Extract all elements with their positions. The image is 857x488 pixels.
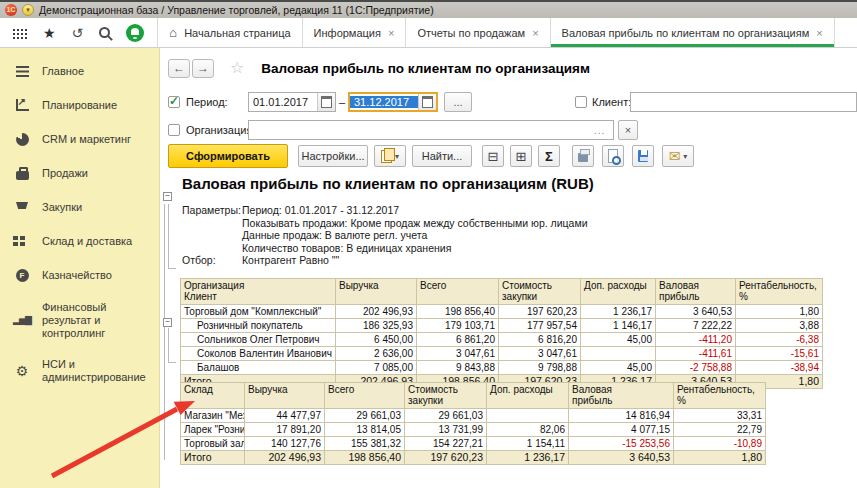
cell-value[interactable]: 3 640,53 [656,305,736,319]
cell-value[interactable]: 3 640,53 [569,451,674,465]
favorites-icon[interactable]: ★ [43,26,56,40]
row-label[interactable]: Ларек "Розница" [181,423,245,437]
period-checkbox[interactable] [168,96,180,108]
period-more-button[interactable]: ... [444,92,472,112]
table-row[interactable]: Магазин "Меха"44 477,9729 661,0329 661,0… [181,409,766,423]
row-label[interactable]: Торговый дом "Комплексный" [181,305,336,319]
table-row[interactable]: Торговый дом "Комплексный"202 496,93198 … [181,305,823,319]
table-row[interactable]: Балашов7 085,009 843,889 798,8845,00-2 7… [181,361,823,375]
sidebar-item-main[interactable]: Главное [0,54,159,88]
tab-gross-profit[interactable]: Валовая прибыль по клиентам по организац… [551,18,835,47]
cell-value[interactable]: 177 957,54 [499,319,581,333]
sidebar-item-treasury[interactable]: F Казначейство [0,258,159,292]
cell-value[interactable]: 6 816,20 [499,333,581,347]
cell-value[interactable]: 13 731,99 [405,423,487,437]
report-variants-button[interactable]: ▾ [374,145,406,167]
cell-value[interactable]: 1,80 [674,451,766,465]
tab-home[interactable]: ⌂ Начальная страница [157,18,302,47]
history-icon[interactable]: ↺ [72,26,84,40]
table-row[interactable]: Ларек "Розница"17 891,2013 814,0513 731,… [181,423,766,437]
sidebar-item-crm[interactable]: CRM и маркетинг [0,122,159,156]
settings-button[interactable]: Настройки... [298,145,368,167]
favorite-star-icon[interactable]: ☆ [230,60,244,76]
cell-value[interactable]: 3 047,61 [417,347,499,361]
cell-value[interactable]: -411,20 [656,333,736,347]
cell-value[interactable]: 155 381,32 [325,437,405,451]
sidebar-item-warehouse[interactable]: Склад и доставка [0,224,159,258]
cell-value[interactable]: -15,61 [736,347,823,361]
cell-value[interactable]: 198 856,40 [417,305,499,319]
cell-value[interactable]: 14 816,94 [569,409,674,423]
collapse-groups-button[interactable]: ⊟ [482,145,504,167]
organization-more-icon[interactable]: ... [594,125,605,136]
cell-value[interactable]: 197 620,23 [499,305,581,319]
total-row[interactable]: Итого202 496,93198 856,40197 620,231 236… [181,451,766,465]
table-row[interactable]: Сольников Олег Петрович6 450,006 861,206… [181,333,823,347]
sidebar-item-sales[interactable]: Продажи [0,156,159,190]
sidebar-item-nsi-admin[interactable]: ⚙ НСИ и администрирование [0,349,159,393]
period-from-value[interactable]: 01.01.2017 [249,96,317,108]
row-label[interactable]: Розничный покупатель [181,319,336,333]
period-from-field[interactable]: 01.01.2017 [248,92,336,112]
send-mail-button[interactable]: ✉ ▾ [662,145,694,167]
cell-value[interactable]: 1 146,17 [581,319,656,333]
organization-checkbox[interactable] [168,124,180,136]
cell-value[interactable]: -10,89 [674,437,766,451]
cell-value[interactable]: 186 325,93 [336,319,417,333]
forward-button[interactable]: → [192,59,214,78]
sidebar-item-finresult[interactable]: ▂▅▇ Финансовый результат и контроллинг [0,292,159,349]
back-button[interactable]: ← [168,59,190,78]
cell-value[interactable]: -38,94 [736,361,823,375]
generate-button[interactable]: Сформировать [168,144,288,168]
cell-value[interactable]: -411,61 [656,347,736,361]
row-label[interactable]: Итого [181,451,245,465]
cell-value[interactable]: 82,06 [487,423,569,437]
cell-value[interactable]: -2 758,88 [656,361,736,375]
tab-information[interactable]: Информация × [303,18,407,47]
table-row[interactable]: Соколов Валентин Иванович2 636,003 047,6… [181,347,823,361]
print-button[interactable] [572,145,594,167]
table-row[interactable]: Розничный покупатель186 325,93179 103,71… [181,319,823,333]
row-label[interactable]: Соколов Валентин Иванович [181,347,336,361]
cell-value[interactable]: 198 856,40 [325,451,405,465]
expand-groups-button[interactable]: ⊞ [510,145,532,167]
cell-value[interactable]: 140 127,76 [245,437,325,451]
cell-value[interactable]: 13 814,05 [325,423,405,437]
cell-value[interactable]: 22,79 [674,423,766,437]
cell-value[interactable]: 202 496,93 [245,451,325,465]
cell-value[interactable]: 6 450,00 [336,333,417,347]
close-icon[interactable]: × [532,27,538,39]
preview-button[interactable] [602,145,624,167]
organization-clear-button[interactable]: × [618,120,638,140]
cell-value[interactable]: -15 253,56 [569,437,674,451]
cell-value[interactable]: 154 227,21 [405,437,487,451]
cell-value[interactable]: 7 085,00 [336,361,417,375]
table-row[interactable]: Торговый зал140 127,76155 381,32154 227,… [181,437,766,451]
cell-value[interactable]: 1 236,17 [581,305,656,319]
cell-value[interactable]: 45,00 [581,361,656,375]
app-menu-icon[interactable] [13,29,15,31]
window-menu-icon[interactable]: ▾ [22,4,34,16]
cell-value[interactable] [581,347,656,361]
calendar-icon[interactable] [317,93,335,111]
cell-value[interactable]: 197 620,23 [405,451,487,465]
cell-value[interactable]: 9 798,88 [499,361,581,375]
notifications-icon[interactable] [126,24,144,42]
cell-value[interactable] [487,409,569,423]
cell-value[interactable]: 3 047,61 [499,347,581,361]
row-label[interactable]: Сольников Олег Петрович [181,333,336,347]
tab-sales-reports[interactable]: Отчеты по продажам × [406,18,550,47]
cell-value[interactable]: 29 661,03 [325,409,405,423]
row-label[interactable]: Торговый зал [181,437,245,451]
cell-value[interactable]: 1,80 [736,305,823,319]
calendar-icon[interactable] [418,94,436,110]
save-button[interactable] [632,145,654,167]
period-to-field[interactable]: 31.12.2017 [348,92,438,112]
cell-value[interactable]: -6,38 [736,333,823,347]
cell-value[interactable]: 33,31 [674,409,766,423]
cell-value[interactable]: 1 154,11 [487,437,569,451]
search-icon[interactable] [99,27,110,38]
client-input[interactable] [630,92,857,112]
client-checkbox[interactable] [575,96,587,108]
cell-value[interactable]: 7 222,22 [656,319,736,333]
